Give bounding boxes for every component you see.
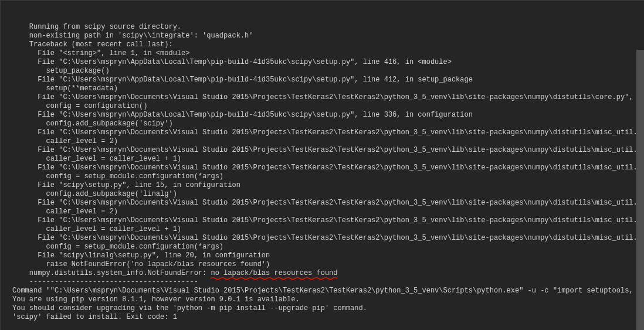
terminal-line: config = setup_module.configuration(*arg… [1, 172, 644, 181]
terminal-line: config = setup_module.configuration(*arg… [1, 243, 644, 251]
terminal-line: caller_level = 2) [1, 207, 644, 216]
terminal-line: ---------------------------------------- [1, 278, 644, 287]
terminal-line: caller_level = 2) [1, 137, 644, 146]
terminal-line: raise NotFoundError('no lapack/blas reso… [1, 260, 644, 269]
terminal-line: caller_level = caller_level + 1) [1, 225, 644, 234]
terminal-line: File "C:\Users\mspryn\AppData\Local\Temp… [1, 76, 644, 84]
terminal-line: numpy.distutils.system_info.NotFoundErro… [1, 269, 644, 278]
terminal-line: You are using pip version 8.1.1, however… [1, 295, 644, 304]
terminal-line: Running from scipy source directory. [1, 23, 644, 32]
terminal-line: caller_level = caller_level + 1) [1, 155, 644, 164]
terminal-line: setup(**metadata) [1, 84, 644, 93]
terminal-output[interactable]: Running from scipy source directory. non… [1, 1, 644, 330]
terminal-line: File "C:\Users\mspryn\Documents\Visual S… [1, 93, 644, 102]
terminal-line: File "C:\Users\mspryn\AppData\Local\Temp… [1, 111, 644, 120]
terminal-line: Command ""C:\Users\mspryn\Documents\Visu… [1, 287, 644, 295]
terminal-line: non-existing path in 'scipy\\integrate':… [1, 32, 644, 40]
terminal-line: config.add_subpackage('scipy') [1, 120, 644, 128]
terminal-line: File "<string>", line 1, in <module> [1, 49, 644, 58]
terminal-line: config.add_subpackage('linalg') [1, 190, 644, 199]
terminal-line: You should consider upgrading via the 'p… [1, 304, 644, 313]
terminal-line: File "C:\Users\mspryn\Documents\Visual S… [1, 234, 644, 243]
terminal-line: File "C:\Users\mspryn\Documents\Visual S… [1, 199, 644, 207]
terminal-line: Traceback (most recent call last): [1, 40, 644, 49]
terminal-line: config = configuration() [1, 102, 644, 111]
terminal-line: File "C:\Users\mspryn\AppData\Local\Temp… [1, 58, 644, 67]
terminal-line: setup_package() [1, 67, 644, 76]
terminal-line: 'scipy' failed to install. Exit code: 1 [1, 313, 644, 322]
vertical-scrollbar[interactable] [636, 1, 644, 330]
terminal-line: File "C:\Users\mspryn\Documents\Visual S… [1, 216, 644, 225]
terminal-line: File "C:\Users\mspryn\Documents\Visual S… [1, 146, 644, 155]
terminal-line: File "scipy\linalg\setup.py", line 20, i… [1, 251, 644, 260]
terminal-line: File "scipy\setup.py", line 15, in confi… [1, 181, 644, 190]
scrollbar-thumb[interactable] [636, 50, 644, 330]
terminal-line: File "C:\Users\mspryn\Documents\Visual S… [1, 164, 644, 172]
terminal-line: File "C:\Users\mspryn\Documents\Visual S… [1, 128, 644, 137]
